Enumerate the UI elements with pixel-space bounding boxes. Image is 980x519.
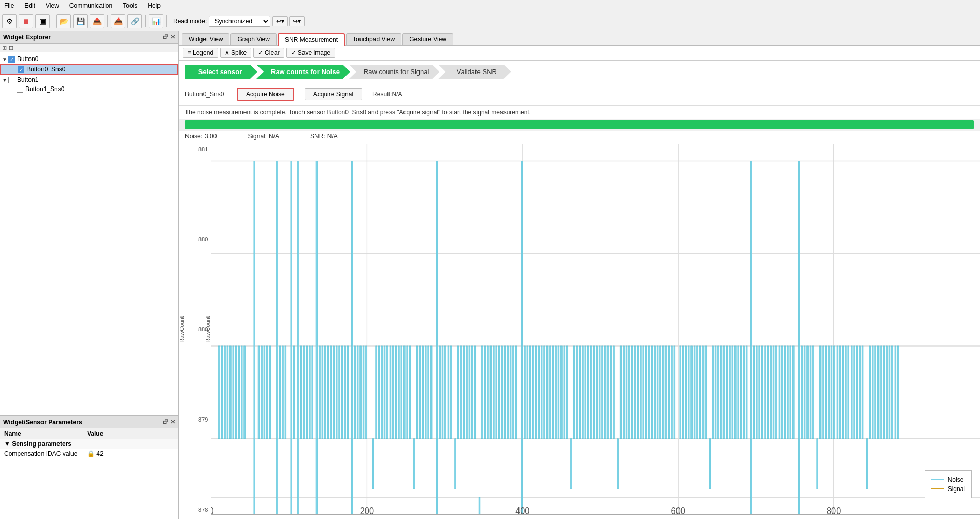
svg-rect-54: [363, 346, 364, 439]
export-btn[interactable]: 📤: [90, 14, 104, 28]
stop-btn[interactable]: ⏹: [19, 14, 33, 28]
snr-toolbar: ≡ Legend ∧ Spike ✓ Clear ✓ Save image: [179, 46, 980, 61]
svg-rect-48: [344, 346, 346, 439]
menu-view[interactable]: View: [44, 2, 61, 9]
read-mode-select[interactable]: Synchronized Continuous: [209, 16, 270, 27]
svg-rect-85: [460, 346, 462, 439]
svg-rect-20: [254, 161, 255, 515]
save-btn[interactable]: 💾: [73, 14, 88, 28]
step-raw-counts-signal-label: Raw counts for Signal: [364, 68, 429, 76]
menu-tools[interactable]: Tools: [121, 2, 139, 9]
menu-communication[interactable]: Communication: [67, 2, 114, 9]
svg-rect-154: [662, 346, 664, 439]
widget-tree: ▼ ✓ Button0 ✓ Button0_Sns0 ▼ Button1: [0, 52, 178, 415]
legend-icon: ≡: [188, 49, 191, 56]
svg-rect-41: [324, 346, 326, 439]
tab-graph-view[interactable]: Graph View: [230, 33, 276, 45]
acquire-noise-btn[interactable]: Acquire Noise: [237, 88, 294, 101]
spike-btn[interactable]: ∧ Spike: [220, 48, 251, 58]
legend-btn[interactable]: ≡ Legend: [183, 48, 218, 58]
svg-rect-133: [602, 346, 603, 439]
params-panel: Widget/Sensor Parameters 🗗 ✕ Name Value …: [0, 415, 178, 519]
svg-rect-127: [585, 346, 586, 439]
report-btn[interactable]: 📊: [149, 14, 163, 28]
svg-rect-43: [330, 346, 332, 439]
svg-rect-202: [807, 346, 809, 439]
legend-noise-label: Noise: [948, 476, 964, 483]
tab-touchpad-view[interactable]: Touchpad View: [346, 33, 401, 45]
result-text: Result:N/A: [372, 91, 402, 98]
tree-label-btn1: Button1: [17, 76, 38, 83]
svg-rect-204: [813, 346, 814, 439]
float-icon[interactable]: 🗗: [163, 34, 168, 40]
acquire-signal-btn[interactable]: Acquire Signal: [305, 88, 362, 100]
params-close-icon[interactable]: ✕: [170, 419, 175, 425]
svg-rect-74: [425, 346, 426, 439]
import-btn[interactable]: 📥: [111, 14, 125, 28]
menu-help[interactable]: Help: [146, 2, 163, 9]
svg-rect-51: [354, 346, 356, 439]
svg-rect-167: [702, 346, 704, 439]
main-layout: Widget Explorer 🗗 ✕ ⊞ ⊟ ▼ ✓ Button0 ✓ Bu…: [0, 31, 980, 519]
save-image-checkmark-icon: ✓: [291, 49, 296, 56]
svg-rect-151: [654, 346, 656, 439]
tree-toggle-btn0[interactable]: ▼: [2, 56, 8, 62]
svg-rect-187: [761, 346, 763, 439]
save-image-btn[interactable]: ✓ Save image: [286, 48, 335, 58]
tree-checkbox-btn1-sns0[interactable]: [17, 86, 23, 93]
tree-item-btn0-sns0[interactable]: ✓ Button0_Sns0: [0, 64, 178, 75]
tree-checkbox-btn0-sns0[interactable]: ✓: [18, 66, 24, 73]
svg-rect-101: [507, 346, 509, 439]
svg-rect-25: [269, 346, 271, 439]
tree-label-btn1-sns0: Button1_Sns0: [25, 85, 64, 93]
svg-rect-232: [895, 346, 896, 439]
svg-rect-13: [227, 346, 228, 439]
svg-rect-52: [357, 346, 358, 439]
redo-btn[interactable]: ↪▾: [289, 16, 305, 26]
svg-rect-207: [823, 346, 824, 439]
sep3: [145, 15, 146, 27]
menu-file[interactable]: File: [2, 2, 16, 9]
svg-rect-94: [487, 346, 489, 439]
tree-item-button0[interactable]: ▼ ✓ Button0: [0, 54, 178, 64]
noise-label: Noise:: [185, 133, 203, 140]
tree-item-button1[interactable]: ▼ Button1: [0, 75, 178, 84]
svg-rect-14: [230, 346, 232, 439]
params-float-icon[interactable]: 🗗: [163, 419, 168, 425]
svg-rect-180: [740, 346, 742, 439]
tab-gesture-view[interactable]: Gesture View: [402, 33, 453, 45]
save-image-label: Save image: [298, 49, 330, 56]
open-btn[interactable]: 📂: [56, 14, 71, 28]
menu-edit[interactable]: Edit: [22, 2, 37, 9]
svg-rect-163: [691, 346, 693, 439]
svg-rect-198: [792, 346, 794, 439]
close-panel-icon[interactable]: ✕: [170, 34, 175, 40]
svg-rect-201: [804, 346, 805, 439]
svg-rect-206: [819, 346, 821, 439]
clear-btn[interactable]: ✓ Clear: [253, 48, 284, 58]
svg-rect-200: [801, 346, 803, 439]
tree-item-btn1-sns0[interactable]: Button1_Sns0: [0, 84, 178, 94]
new-btn[interactable]: ⚙: [2, 14, 17, 28]
stats-row: Noise: 3.00 Signal: N/A SNR: N/A: [179, 131, 980, 144]
tab-widget-view[interactable]: Widget View: [182, 33, 229, 45]
read-mode-label: Read mode:: [173, 18, 207, 25]
tree-icon-1[interactable]: ⊞: [2, 45, 7, 51]
svg-rect-205: [817, 439, 818, 489]
svg-rect-149: [648, 346, 650, 439]
tab-snr-measurement[interactable]: SNR Measurement: [278, 33, 345, 46]
run-btn[interactable]: ▣: [35, 14, 50, 28]
tree-icon-2[interactable]: ⊟: [9, 45, 13, 51]
tree-checkbox-btn0[interactable]: ✓: [8, 56, 15, 63]
svg-rect-117: [555, 346, 557, 439]
svg-rect-197: [790, 346, 791, 439]
tree-toolbar: ⊞ ⊟: [0, 44, 178, 52]
tree-toggle-btn1[interactable]: ▼: [2, 77, 8, 83]
tree-checkbox-btn1[interactable]: [8, 77, 15, 83]
undo-btn[interactable]: ↩▾: [272, 16, 288, 26]
svg-rect-220: [859, 346, 861, 439]
svg-rect-16: [235, 346, 237, 439]
share-btn[interactable]: 🔗: [127, 14, 142, 28]
legend-noise-item: Noise: [931, 475, 965, 484]
svg-rect-115: [550, 346, 551, 439]
